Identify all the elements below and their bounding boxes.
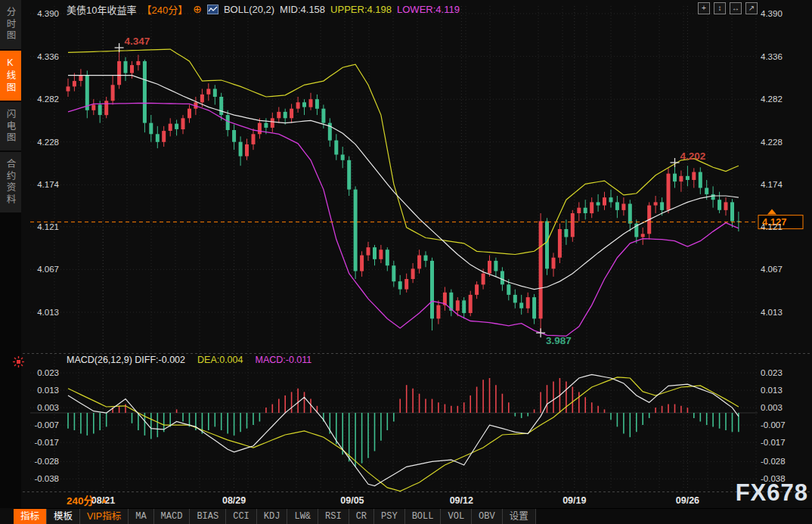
toolbar-item-rsi[interactable]: RSI xyxy=(318,509,349,524)
candle-body xyxy=(252,134,256,144)
interval-tag: 【240分】 xyxy=(141,2,188,17)
candle-body xyxy=(188,109,191,119)
candle-body xyxy=(488,261,491,274)
macd-histogram xyxy=(68,378,739,467)
trading-terminal: 4.1274.3474.2023.9874.3904.3904.3364.336… xyxy=(0,0,812,524)
candle-body xyxy=(379,250,383,259)
candle-body xyxy=(609,197,613,202)
candle-body xyxy=(245,144,249,157)
candle-body xyxy=(213,89,217,98)
candle-body xyxy=(296,102,300,108)
macd-axis-label-left: 0.013 xyxy=(37,386,59,395)
chart-header: 美债10年收益率 【240分】 ⊕ BOLL(20,2) MID:4.158 U… xyxy=(67,2,460,17)
sidebar-tab-kline[interactable]: K线图 xyxy=(0,51,21,101)
candle-body xyxy=(398,281,402,290)
y-axis-label-right: 4.013 xyxy=(761,308,783,317)
candle-body xyxy=(386,250,389,265)
candle-body xyxy=(526,297,530,309)
candle-body xyxy=(705,188,708,194)
candle-body xyxy=(302,102,306,107)
y-axis-label-right: 4.390 xyxy=(761,9,783,18)
candle-body xyxy=(232,130,236,142)
candle-body xyxy=(392,265,395,281)
candle-body xyxy=(117,61,121,85)
candle-body xyxy=(654,202,658,205)
price-annotation: 3.987 xyxy=(546,335,572,346)
toolbar-item-ma[interactable]: MA xyxy=(129,509,153,524)
candle-body xyxy=(290,109,293,119)
candle-body xyxy=(730,202,734,221)
candle-body xyxy=(169,124,172,131)
macd-axis-label-right: -0.007 xyxy=(761,420,786,429)
candle-body xyxy=(628,204,632,224)
toolbar-item-cr[interactable]: CR xyxy=(349,509,374,524)
boll-label: BOLL(20,2) xyxy=(224,4,274,15)
candle-body xyxy=(264,123,268,128)
toolbar-item-vol[interactable]: VOL xyxy=(441,509,472,524)
candle-body xyxy=(571,213,575,237)
y-axis-label-left: 4.013 xyxy=(37,308,59,317)
toolbar-item-settings[interactable]: 设置 xyxy=(503,509,536,524)
toolbar-item-kdj[interactable]: KDJ xyxy=(257,509,288,524)
candle-body xyxy=(143,61,147,123)
candle-body xyxy=(513,295,517,303)
add-indicator-icon[interactable]: ⊕ xyxy=(193,3,202,15)
candle-body xyxy=(532,297,536,318)
toolbar-item-lw[interactable]: LW& xyxy=(287,509,318,524)
candle-body xyxy=(482,274,485,285)
candle-body xyxy=(206,89,210,95)
candle-body xyxy=(519,302,523,308)
macd-hist-value: MACD:-0.011 xyxy=(255,355,311,365)
x-axis-date-label: 09/19 xyxy=(563,495,586,506)
export-icon[interactable]: ↗ xyxy=(745,2,758,14)
candle-body xyxy=(367,247,370,256)
candle-body xyxy=(315,99,319,109)
candle-body xyxy=(552,258,556,269)
candle-body xyxy=(162,131,166,142)
boll-upper-value: UPPER:4.198 xyxy=(330,4,392,15)
candle-body xyxy=(219,97,223,115)
toolbar-item-bias[interactable]: BIAS xyxy=(190,509,226,524)
chevron-up-icon: ▲ xyxy=(101,496,108,504)
sidebar-tab-timeline[interactable]: 分时图 xyxy=(0,0,21,49)
candle-body xyxy=(334,141,338,155)
candle-body xyxy=(545,222,549,269)
interval-selector[interactable]: 240分 ▲ xyxy=(67,492,108,507)
toolbar-item-cci[interactable]: CCI xyxy=(226,509,257,524)
last-price-marker xyxy=(767,209,776,215)
candle-body xyxy=(641,234,645,237)
move-icon[interactable]: + xyxy=(698,2,710,14)
y-axis-label-right: 4.282 xyxy=(761,95,783,104)
y-axis-label-right: 4.121 xyxy=(761,222,783,231)
x-scale-icon[interactable]: ↔ xyxy=(730,2,742,14)
price-chart-canvas[interactable]: 4.1274.3474.2023.9874.3904.3904.3364.336… xyxy=(0,0,812,508)
candle-body xyxy=(156,134,160,142)
candle-body xyxy=(597,202,600,205)
candle-body xyxy=(130,65,134,73)
price-annotations: 4.3474.2023.987 xyxy=(115,36,706,346)
toolbar-item-macd[interactable]: MACD xyxy=(154,509,191,524)
candle-body xyxy=(615,202,619,210)
toolbar-item-indicators[interactable]: 指标 xyxy=(14,509,47,524)
y-axis-label-left: 4.336 xyxy=(37,52,59,61)
toolbar-item-obv[interactable]: OBV xyxy=(472,509,503,524)
interval-value: 240分 xyxy=(67,492,94,507)
sidebar-tab-flash[interactable]: 闪电图 xyxy=(0,102,21,151)
toolbar-item-psy[interactable]: PSY xyxy=(374,509,405,524)
sidebar-tab-contract-info[interactable]: 合约资料 xyxy=(0,152,21,212)
candle-body xyxy=(711,194,715,200)
macd-dea-value: DEA:0.004 xyxy=(197,355,243,365)
y-scale-icon[interactable]: ↕ xyxy=(714,2,726,14)
toolbar-item-boll[interactable]: BOLL xyxy=(405,509,442,524)
price-annotation: 4.347 xyxy=(125,36,150,47)
candle-body xyxy=(404,279,408,290)
candle-body xyxy=(226,115,230,130)
mini-chart-icon[interactable] xyxy=(207,5,218,14)
indicator-settings-icon[interactable] xyxy=(13,356,24,367)
toolbar-item-vip-indicators[interactable]: VIP指标 xyxy=(80,509,129,524)
toolbar-item-templates[interactable]: 模板 xyxy=(47,509,80,524)
candle-body xyxy=(475,284,479,295)
candle-body xyxy=(91,105,95,110)
candle-body xyxy=(494,261,497,271)
candle-body xyxy=(590,202,594,213)
